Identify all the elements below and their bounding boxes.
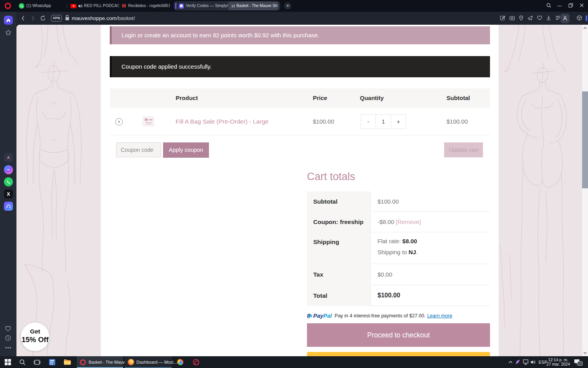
reading-list-icon[interactable] <box>555 12 561 25</box>
windows-taskbar: Basket - The Mauve... Dashboard — Mozi..… <box>0 356 588 368</box>
home-button[interactable] <box>4 16 13 25</box>
taskbar-firefox-window[interactable]: Dashboard — Mozi... <box>125 356 172 368</box>
paypal-logo-pay: Pay <box>313 313 323 319</box>
back-icon[interactable] <box>21 12 25 25</box>
favorites-heart-icon[interactable] <box>5 325 11 332</box>
tray-pen-icon[interactable] <box>515 359 521 365</box>
scroll-down-arrow[interactable] <box>583 352 587 354</box>
subtotal-label: Subtotal <box>307 191 371 211</box>
url-path: /basket/ <box>116 15 135 21</box>
cart-totals-title: Cart totals <box>307 171 355 183</box>
edit-page-icon[interactable] <box>500 12 506 25</box>
tray-expand-icon[interactable] <box>508 361 513 364</box>
qty-decrease-button[interactable]: - <box>361 114 376 129</box>
cart-totals-table: Subtotal $100.00 Coupon: freeship -$8.00… <box>307 191 490 306</box>
notification-center-icon[interactable]: 22 <box>574 359 583 366</box>
profile-icon <box>563 16 568 21</box>
location-icon[interactable] <box>519 12 524 25</box>
coupon-code-input[interactable]: Coupon code <box>116 142 161 157</box>
minimize-button[interactable] <box>557 6 562 7</box>
mauve-shoppe-favicon: M <box>231 2 235 10</box>
update-cart-button[interactable]: Update cart <box>444 142 483 157</box>
file-explorer-icon[interactable] <box>64 359 71 365</box>
bookmark-heart-icon[interactable] <box>537 12 543 25</box>
whatsapp-tab-icon <box>19 3 24 9</box>
paypal-button-partial[interactable] <box>307 352 490 356</box>
col-product: Product <box>176 88 198 108</box>
product-thumbnail[interactable] <box>143 117 154 126</box>
messenger-icon[interactable] <box>4 165 13 174</box>
tray-network-icon[interactable] <box>523 359 529 365</box>
points-notice: Login or create an account to earn 92 po… <box>110 26 490 44</box>
discount-badge[interactable]: Get 15% Off <box>21 322 49 351</box>
aria-ai-icon[interactable] <box>4 153 13 162</box>
page-scrollbar[interactable] <box>582 25 588 356</box>
bookmarks-icon[interactable] <box>5 29 12 36</box>
address-bar: VPN mauveshoppe.com/basket/ <box>16 12 588 25</box>
points-notice-text: Login or create an account to earn 92 po… <box>122 32 319 38</box>
total-value: $100.00 <box>371 285 490 306</box>
tray-clock[interactable]: 12:14 p. m. 27 mar. 2024 <box>546 358 571 367</box>
player-icon[interactable] <box>4 202 13 211</box>
flat-rate-amount: $8.00 <box>402 238 417 244</box>
col-quantity: Quantity <box>360 88 384 108</box>
profile-button[interactable] <box>561 14 570 23</box>
tab-basket-active[interactable]: M Basket - The Mauve Shoppe <box>228 2 279 10</box>
tab-podcast[interactable]: RED PILL PODCAST #2 <box>84 0 118 12</box>
shipping-to-text: Shipping to <box>377 249 408 255</box>
restore-button[interactable] <box>568 0 573 12</box>
qty-increase-button[interactable]: + <box>391 114 406 129</box>
start-button[interactable] <box>5 359 11 365</box>
item-price: $100.00 <box>313 108 334 135</box>
taskbar-opera-window[interactable]: Basket - The Mauve... <box>77 356 123 368</box>
send-to-device-icon[interactable] <box>527 12 533 25</box>
x-twitter-icon[interactable]: X <box>4 189 13 199</box>
reload-icon[interactable] <box>40 12 46 25</box>
scrollbar-thumb[interactable] <box>582 91 588 188</box>
search-tabs-icon[interactable] <box>546 0 552 12</box>
extensions-icon[interactable] <box>576 12 583 25</box>
product-link[interactable]: Fill A Bag Sale (Pre-Order) - Large <box>176 108 269 135</box>
shipping-state: NJ <box>408 249 416 255</box>
qty-input[interactable]: 1 <box>376 114 391 129</box>
opera-logo-icon[interactable] <box>5 3 11 9</box>
fashion-sketch-left <box>16 25 101 356</box>
new-tab-button[interactable]: + <box>284 2 291 9</box>
tab-separator <box>119 4 119 8</box>
tray-volume-icon[interactable] <box>530 359 536 365</box>
forward-icon[interactable] <box>31 12 35 25</box>
basket-page-content: Login or create an account to earn 92 po… <box>101 25 499 356</box>
remove-item-button[interactable]: × <box>115 118 123 126</box>
paypal-learn-more-link[interactable]: Learn more <box>427 313 452 319</box>
coupon-amount: -$8.00 <box>377 219 394 225</box>
sidebar-toggle-indicator[interactable] <box>586 15 587 21</box>
quantity-stepper: - 1 + <box>361 114 406 129</box>
calculator-icon[interactable] <box>49 359 55 365</box>
chrome-taskbar-icon[interactable] <box>177 359 183 365</box>
whatsapp-icon[interactable] <box>4 177 13 186</box>
task-view-icon[interactable] <box>34 359 40 366</box>
remove-coupon-link[interactable]: [Remove] <box>396 219 421 225</box>
tab-gmail[interactable]: Recibidos - rogelio585100 <box>128 0 170 12</box>
snapshot-icon[interactable] <box>509 12 515 25</box>
total-row: Total $100.00 <box>307 285 490 306</box>
vpn-badge[interactable]: VPN <box>51 15 62 22</box>
lock-icon[interactable] <box>65 12 70 25</box>
audio-playing-icon <box>78 4 83 9</box>
tab-whatsapp[interactable]: (1) WhatsApp <box>26 0 65 12</box>
gmail-tab-icon: M <box>122 0 126 12</box>
proceed-to-checkout-button[interactable]: Proceed to checkout <box>307 323 490 347</box>
download-icon[interactable] <box>546 12 552 25</box>
badge-line1: Get <box>21 328 49 335</box>
url-text[interactable]: mauveshoppe.com/basket/ <box>72 12 135 25</box>
apply-coupon-button[interactable]: Apply coupon <box>163 142 209 158</box>
tab-verify-codes[interactable]: Verify Codes — SimplyCod <box>186 1 228 11</box>
opera-installer-taskbar-icon[interactable] <box>193 359 199 365</box>
scroll-up-arrow[interactable] <box>583 27 587 29</box>
taskbar-search-icon[interactable] <box>19 359 26 366</box>
subtotal-value: $100.00 <box>371 191 490 211</box>
history-icon[interactable] <box>5 335 11 341</box>
close-button[interactable] <box>579 0 584 12</box>
browser-tab-bar: (1) WhatsApp RED PILL PODCAST #2 M Recib… <box>0 0 588 12</box>
sidebar-more-icon[interactable]: ••• <box>5 345 12 351</box>
